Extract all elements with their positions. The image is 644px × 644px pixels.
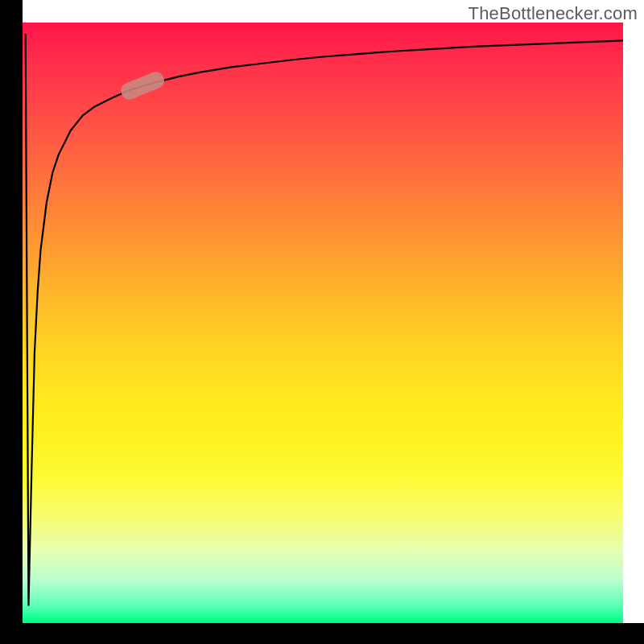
curve-layer: [23, 23, 623, 623]
bottleneck-chart: TheBottlenecker.com: [0, 0, 644, 644]
svg-rect-0: [118, 69, 167, 101]
current-position-marker: [118, 69, 167, 101]
watermark-text: TheBottlenecker.com: [469, 3, 638, 24]
y-axis: [0, 0, 23, 644]
bottleneck-curve: [26, 35, 623, 605]
x-axis: [0, 623, 644, 644]
